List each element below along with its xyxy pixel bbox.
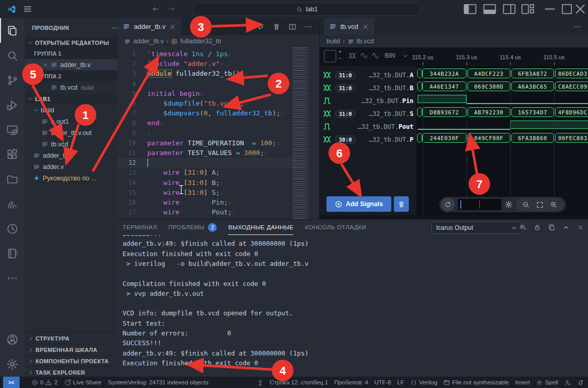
time-input[interactable] (458, 199, 501, 210)
toggle-secondary-sidebar-icon[interactable] (501, 0, 517, 18)
analog2-style-icon[interactable] (371, 52, 379, 59)
workspace-header[interactable]: LAB1 (25, 93, 120, 104)
tab-problems[interactable]: ПРОБЛЕМЫ2 (168, 220, 217, 235)
run-button-icon[interactable] (256, 23, 265, 31)
minimap[interactable] (291, 47, 315, 219)
cursor-position[interactable]: Строка 12, столбец 1 (270, 379, 328, 385)
language-mode[interactable]: Verilog (410, 379, 437, 386)
sidebar-section-1[interactable]: ВРЕМЕННАЯ ШКАЛА (25, 344, 120, 355)
activity-search-icon[interactable] (6, 49, 19, 62)
sidebar-section-2[interactable]: КОМПОНЕНТЫ ПРОЕКТА (25, 355, 120, 366)
activity-account-icon[interactable] (6, 333, 19, 346)
breadcrumb[interactable]: adder_tb.v › fulladder32_tb (117, 35, 326, 47)
output-log[interactable]: SUCCESS!!!adder_tb.v:49: $finish called … (123, 230, 581, 374)
problems-status[interactable]: 0 2 (31, 379, 58, 386)
signal-name: …32_tb.DUT.A (369, 72, 413, 79)
window-minimize-icon[interactable] (542, 0, 558, 18)
wave-color-box[interactable] (324, 50, 336, 62)
reload-button[interactable] (441, 198, 455, 211)
chevron-down-icon (27, 96, 33, 102)
activity-ext-icon[interactable] (6, 148, 19, 161)
clear-output-icon[interactable] (519, 224, 527, 231)
waveform-area[interactable]: 344B232AA4DCF2236FB3A87286DECAD3A46E1347… (417, 66, 588, 215)
nav-back-icon[interactable] (152, 5, 160, 13)
activity-signal-icon[interactable] (6, 198, 19, 210)
close-icon[interactable] (42, 62, 48, 68)
tree-file-adder_tb.v[interactable]: adder_tb.v (25, 150, 126, 161)
toggle-panel-icon[interactable] (482, 0, 497, 18)
remote-indicator[interactable]: >< (3, 377, 20, 388)
remove-signals-button[interactable] (394, 196, 409, 212)
port-icon[interactable] (257, 379, 264, 386)
window-close-icon[interactable] (573, 0, 588, 18)
close-icon[interactable] (362, 23, 369, 30)
maximize-panel-icon[interactable] (562, 224, 570, 231)
person-x-icon[interactable] (564, 379, 571, 386)
more-actions-icon[interactable] (573, 23, 581, 31)
open-in-editor-icon[interactable] (548, 224, 556, 231)
tab-tbvcd[interactable]: tb.vcd (324, 18, 374, 35)
eol-status[interactable]: LF (397, 379, 404, 385)
sidebar-section-0[interactable]: СТРУКТУРА (25, 332, 120, 344)
close-panel-icon[interactable] (577, 224, 584, 231)
signal-row-P[interactable]: 30:0 …32_tb.DUT.P (320, 133, 417, 146)
close-icon[interactable] (169, 23, 176, 30)
gear-icon[interactable] (505, 200, 513, 209)
activity-debug-icon[interactable] (6, 99, 19, 111)
signal-row-B[interactable]: 31:0 …32_tb.DUT.B (320, 81, 417, 94)
tab-output[interactable]: ВЫХОДНЫЕ ДАННЫЕ (228, 220, 293, 235)
activity-more-icon[interactable] (6, 272, 19, 284)
open-editors-header[interactable]: ОТКРЫТЫЕ РЕДАКТОРЫ (25, 37, 120, 48)
activity-history-icon[interactable] (6, 223, 19, 235)
analog-style-icon[interactable] (360, 52, 368, 59)
insert-mode[interactable]: Insert (515, 379, 530, 385)
spell-status[interactable]: Spell (536, 379, 558, 386)
tree-folder-build[interactable]: build (25, 105, 126, 115)
activity-git-icon[interactable] (6, 74, 19, 87)
synthesis-status[interactable]: File not synthesizable (443, 379, 509, 386)
signal-row-Pin[interactable]: …32_tb.DUT.Pin (320, 94, 417, 107)
sidebar-section-3[interactable]: TASK EXPLORER (25, 366, 120, 378)
split-editor-icon[interactable] (288, 23, 297, 31)
tab-debug-console[interactable]: КОНСОЛЬ ОТЛАДКИ (305, 220, 366, 235)
toggle-sidebar-icon[interactable] (462, 0, 478, 18)
wave-plus-minus[interactable]: +− (338, 48, 341, 62)
bell-icon[interactable] (577, 379, 584, 386)
warning-icon (45, 379, 52, 386)
indexer-status[interactable]: SystemVerilog: 24731 indexed objects (108, 379, 209, 385)
output-channel-select[interactable]: Icarus Output (431, 222, 522, 234)
tree-file-adder.v[interactable]: adder.v (25, 161, 126, 172)
trash-icon[interactable] (272, 23, 281, 31)
more-actions-icon[interactable] (304, 23, 313, 31)
add-signals-button[interactable]: Add Signals (326, 196, 391, 212)
zoom-out-icon[interactable] (522, 201, 530, 209)
activity-folder-icon[interactable] (6, 173, 19, 185)
zoom-fit-icon[interactable] (536, 201, 544, 209)
tab-terminal[interactable]: ТЕРМИНАЛ (123, 220, 157, 235)
signal-row-Pout[interactable]: …32_tb.DUT.Pout (320, 120, 417, 133)
command-center-search[interactable]: lab1 (193, 3, 421, 16)
activity-files-icon[interactable] (6, 25, 19, 37)
bus-style-icon[interactable] (348, 52, 356, 59)
menu-icon[interactable] (23, 5, 32, 13)
nav-forward-icon[interactable] (167, 5, 175, 13)
encoding-status[interactable]: UTF-8 (374, 379, 391, 385)
wave-breadcrumb[interactable]: build › tb.vcd (320, 35, 588, 47)
file-icon (41, 129, 48, 137)
live-share-status[interactable]: Live Share (64, 379, 101, 386)
tab-adder-tb[interactable]: adder_tb.v (117, 18, 181, 35)
signal-row-S[interactable]: 31:0 …32_tb.DUT.S (320, 107, 417, 120)
indentation-status[interactable]: Пробелов: 4 (334, 379, 368, 385)
lock-scroll-icon[interactable] (533, 224, 541, 231)
activity-remote-icon[interactable] (6, 124, 19, 136)
activity-gear-icon[interactable] (6, 358, 19, 370)
code-line-17: 17····wire········Pout;↓ (117, 208, 295, 217)
wave-tabs-bar: tb.vcd (320, 18, 588, 35)
format-select[interactable]: BIN (385, 52, 395, 59)
customize-layout-icon[interactable] (520, 0, 535, 18)
zoom-in-icon[interactable] (550, 201, 558, 209)
code-editor[interactable]: 1`timescale 1ns / 1ps↓ 2`include "adder.… (117, 47, 295, 219)
tree-item-guide[interactable]: Руководство по ...2 (25, 173, 126, 183)
activity-notebook-icon[interactable] (6, 247, 19, 260)
signal-row-A[interactable]: 31:0 …32_tb.DUT.A (320, 69, 417, 81)
